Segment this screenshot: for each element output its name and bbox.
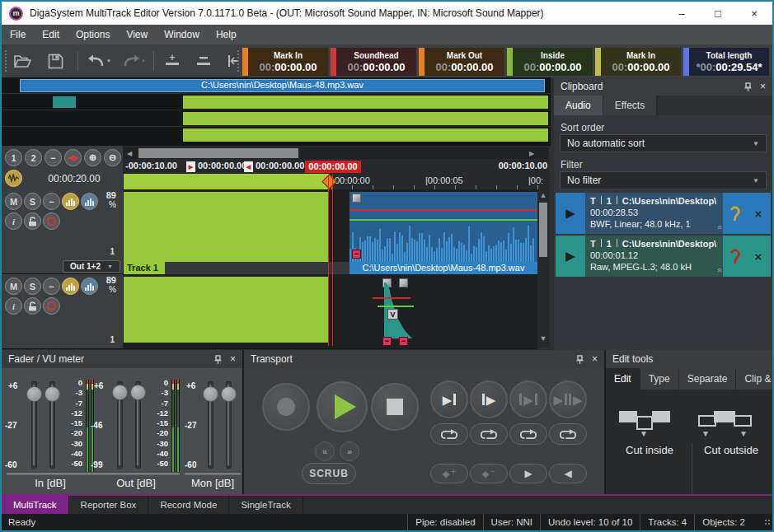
clipboard-item-2[interactable]: ▶ T1C:\Users\nin\Desktop\ 00:00:01.12 Ra…: [556, 236, 771, 277]
save-icon[interactable]: [45, 51, 66, 71]
overview-clip-track1[interactable]: C:\Users\nin\Desktop\Maus-48.mp3.wav: [20, 79, 545, 92]
zoom-to-marks-icon[interactable]: ◀▶: [64, 149, 82, 166]
next-marker-button[interactable]: ▶: [509, 464, 547, 483]
fader-knob[interactable]: [221, 386, 237, 402]
track1-green-clip[interactable]: [124, 192, 328, 262]
item1-play-icon[interactable]: ▶: [556, 193, 585, 234]
track2-body[interactable]: V − −: [124, 274, 537, 349]
cut-inside-tool[interactable]: ▼ Cut inside: [619, 408, 680, 436]
close-button[interactable]: ×: [736, 2, 772, 25]
track2-info-button[interactable]: i: [5, 297, 22, 315]
pin-icon[interactable]: [744, 82, 752, 91]
ruler-selection-region[interactable]: [124, 174, 330, 189]
play-to-mark-button[interactable]: ▶: [430, 380, 468, 418]
overview-clip-track3[interactable]: [183, 112, 548, 125]
clip-gain-line-green[interactable]: [349, 219, 537, 221]
add-marker-button[interactable]: ◆+: [430, 464, 468, 483]
scroll-right-icon[interactable]: ▶: [526, 148, 537, 158]
track1-meter-gold-icon[interactable]: [62, 193, 79, 210]
track2-meter-gold-icon[interactable]: [62, 278, 79, 295]
zoom-preset-2-button[interactable]: 2: [25, 149, 42, 166]
tab-type[interactable]: Type: [640, 368, 679, 390]
minimize-button[interactable]: –: [664, 2, 700, 25]
remove-marker-button[interactable]: ◆−: [470, 464, 508, 483]
clipboard-item-1[interactable]: ▶ T1C:\Users\nin\Desktop\ 00:00:28.53 BW…: [556, 193, 771, 234]
vscrollbar-thumb[interactable]: [539, 203, 547, 257]
pin-icon[interactable]: [576, 355, 584, 364]
track1-audio-clip[interactable]: −: [349, 192, 537, 262]
scroll-up-icon[interactable]: ▲: [537, 191, 549, 199]
item2-play-icon[interactable]: ▶: [556, 236, 585, 277]
track2-lock-icon[interactable]: [24, 297, 41, 315]
scrollbar-thumb[interactable]: [138, 148, 298, 158]
collapse-button[interactable]: −: [45, 149, 62, 166]
filter-select[interactable]: No filter▼: [560, 171, 767, 189]
track1-meter-blue-icon[interactable]: [81, 193, 98, 210]
zoom-out-icon[interactable]: ⊖: [104, 149, 121, 166]
scroll-left-icon[interactable]: ◀: [124, 148, 135, 158]
clip-level-handle[interactable]: −: [352, 250, 361, 259]
fader-knob[interactable]: [130, 385, 146, 400]
tab-reporter-box[interactable]: Reporter Box: [69, 496, 149, 514]
loop-button-3[interactable]: [509, 423, 547, 445]
track1-body[interactable]: − Track 1 C:\Users\nin\Desktop\Maus-48.m…: [124, 189, 537, 274]
pin-icon[interactable]: [214, 355, 222, 364]
track2-solo-button[interactable]: S: [24, 278, 41, 295]
track2-green-clip[interactable]: [124, 277, 328, 343]
expand-chevron-icon[interactable]: «: [714, 268, 723, 271]
menu-view[interactable]: View: [118, 25, 156, 44]
playhead-line[interactable]: [328, 175, 329, 346]
resize-grip[interactable]: [764, 519, 771, 525]
ruler-scale-row[interactable]: 00:00:00 |00:00:05 |00:: [124, 174, 549, 189]
track1-clip-path-chip[interactable]: C:\Users\nin\Desktop\Maus-48.mp3.wav: [349, 262, 537, 274]
fader-knob[interactable]: [112, 385, 128, 400]
tab-audio[interactable]: Audio: [554, 96, 603, 115]
track2-collapse-button[interactable]: −: [43, 278, 60, 295]
track1-mute-button[interactable]: M: [5, 193, 22, 210]
toolbar-grip[interactable]: [237, 50, 240, 72]
tab-edit[interactable]: Edit: [606, 368, 640, 390]
track1-output-select[interactable]: Out 1+2▼: [63, 260, 120, 273]
scrub-button[interactable]: SCRUB: [302, 463, 356, 484]
mini-clip-level-handle[interactable]: −: [399, 337, 408, 346]
play-between-marks-button[interactable]: ▶: [509, 380, 547, 418]
tab-record-mode[interactable]: Record Mode: [148, 496, 229, 514]
playhead-line[interactable]: [332, 175, 333, 346]
fader-knob[interactable]: [26, 386, 42, 402]
track1-collapse-button[interactable]: −: [43, 193, 60, 210]
ruler-marks-row[interactable]: -00:00:10.00 ▶ 00:00:00.00 ◀ 00:00:00.00…: [124, 161, 549, 174]
mini-clip-fade-handle[interactable]: [399, 278, 408, 287]
tab-separate[interactable]: Separate: [679, 368, 737, 390]
mini-clip-v-handle[interactable]: V: [387, 309, 398, 320]
add-track-icon[interactable]: +: [162, 51, 183, 71]
tab-singletrack[interactable]: SingleTrack: [229, 496, 303, 514]
play-button[interactable]: [317, 381, 368, 432]
tab-clip-item[interactable]: Clip & I: [736, 368, 774, 390]
sort-order-select[interactable]: No automatic sort▼: [560, 134, 767, 152]
track2-mute-button[interactable]: M: [5, 278, 22, 295]
fader-knob[interactable]: [203, 386, 218, 402]
loop-button-4[interactable]: [549, 423, 587, 445]
tab-multitrack[interactable]: MultiTrack: [2, 496, 69, 514]
overview-clip-track4[interactable]: [183, 128, 548, 142]
toolbar-grip[interactable]: [5, 50, 7, 72]
menu-file[interactable]: File: [2, 25, 34, 44]
menu-help[interactable]: Help: [208, 25, 245, 44]
mini-clip-line-red[interactable]: [373, 297, 410, 299]
close-icon[interactable]: ×: [760, 81, 766, 92]
track1-info-button[interactable]: i: [5, 212, 22, 230]
overview-clip-track2[interactable]: [183, 96, 548, 109]
overview-clip-small[interactable]: [53, 96, 76, 108]
track1-solo-button[interactable]: S: [24, 193, 41, 210]
undo-icon[interactable]: ▾: [84, 51, 114, 71]
menu-window[interactable]: Window: [156, 25, 208, 44]
prev-marker-button[interactable]: ◀: [549, 464, 587, 483]
clip-fade-handle[interactable]: [352, 194, 361, 203]
item1-listen-ear-icon[interactable]: [723, 193, 746, 234]
track2-meter-blue-icon[interactable]: [81, 278, 98, 295]
item2-listen-ear-icon[interactable]: [723, 236, 746, 277]
menu-edit[interactable]: Edit: [34, 25, 68, 44]
play-from-mark-button[interactable]: ▶: [470, 380, 508, 418]
tab-effects[interactable]: Effects: [603, 96, 657, 115]
redo-icon[interactable]: ▾: [119, 51, 148, 71]
